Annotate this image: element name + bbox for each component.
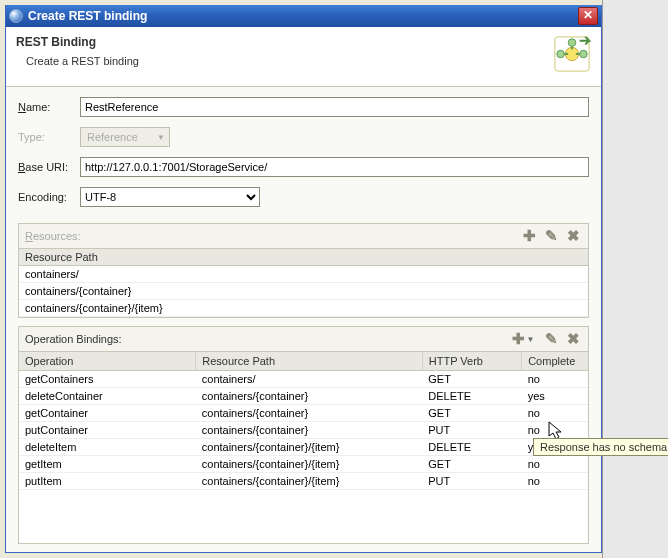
title-bar: Create REST binding ✕ — [6, 5, 601, 27]
page-subtitle: Create a REST binding — [16, 55, 553, 67]
name-input[interactable] — [80, 97, 589, 117]
cell-verb: GET — [422, 456, 521, 473]
binding-icon — [553, 35, 591, 73]
resources-section: Resources: ✚ ✎ ✖ Resource Path container… — [18, 223, 589, 318]
operations-section: Operation Bindings: ✚▼ ✎ ✖ Operation Res… — [18, 326, 589, 544]
cell-op: getItem — [19, 456, 196, 473]
baseuri-label: Base URI: — [18, 161, 80, 173]
baseuri-input[interactable] — [80, 157, 589, 177]
resources-delete-button[interactable]: ✖ — [564, 227, 582, 245]
form-area: Name: Type: Reference ▼ Base URI: Encodi… — [6, 87, 601, 223]
pencil-icon: ✎ — [545, 330, 558, 348]
table-row[interactable]: putContainercontainers/{container}PUTno — [19, 422, 588, 439]
operations-title: Operation Bindings: — [25, 333, 122, 345]
plus-icon: ✚ — [512, 330, 525, 348]
close-icon: ✕ — [583, 8, 593, 22]
cell-rp: containers/{container}/{item} — [196, 439, 422, 456]
table-row[interactable]: getContainercontainers/{container}GETno — [19, 405, 588, 422]
cell-op: getContainers — [19, 371, 196, 388]
window-title: Create REST binding — [28, 9, 147, 23]
cell-comp: no — [522, 456, 588, 473]
type-combo-disabled: Reference ▼ — [80, 127, 170, 147]
resources-edit-button[interactable]: ✎ — [542, 227, 560, 245]
delete-icon: ✖ — [567, 227, 580, 245]
col-header-httpverb[interactable]: HTTP Verb — [422, 352, 521, 371]
cell-comp: no — [522, 371, 588, 388]
cell-rp: containers/{container}/{item} — [196, 473, 422, 490]
svg-point-3 — [580, 50, 588, 58]
cell-op: deleteItem — [19, 439, 196, 456]
cell-verb: PUT — [422, 473, 521, 490]
cell-rp: containers/{container} — [196, 405, 422, 422]
resource-row[interactable]: containers/ — [19, 266, 588, 283]
cell-comp: yes — [522, 388, 588, 405]
col-header-complete[interactable]: Complete — [522, 352, 588, 371]
background-panel: x s ▸ — [602, 0, 668, 558]
delete-icon: ✖ — [567, 330, 580, 348]
chevron-down-icon: ▼ — [527, 335, 535, 344]
cell-rp: containers/{container}/{item} — [196, 456, 422, 473]
operations-add-menu-button[interactable]: ✚▼ — [508, 330, 538, 348]
cell-verb: DELETE — [422, 388, 521, 405]
table-row[interactable]: deleteItemcontainers/{container}/{item}D… — [19, 439, 588, 456]
cell-comp: no — [522, 473, 588, 490]
table-row[interactable]: putItemcontainers/{container}/{item}PUTn… — [19, 473, 588, 490]
type-value: Reference — [87, 131, 138, 143]
cell-rp: containers/{container} — [196, 422, 422, 439]
cell-verb: DELETE — [422, 439, 521, 456]
cell-rp: containers/ — [196, 371, 422, 388]
resources-column-header: Resource Path — [19, 249, 588, 266]
cell-op: getContainer — [19, 405, 196, 422]
dialog-window: Create REST binding ✕ REST Binding Creat… — [5, 5, 602, 553]
table-row[interactable]: deleteContainercontainers/{container}DEL… — [19, 388, 588, 405]
operations-table: Operation Resource Path HTTP Verb Comple… — [19, 352, 588, 490]
name-label: Name: — [18, 101, 80, 113]
resource-row[interactable]: containers/{container}/{item} — [19, 300, 588, 317]
col-header-operation[interactable]: Operation — [19, 352, 196, 371]
operations-edit-button[interactable]: ✎ — [542, 330, 560, 348]
resources-title: Resources: — [25, 230, 81, 242]
col-header-resourcepath[interactable]: Resource Path — [196, 352, 422, 371]
cell-op: putItem — [19, 473, 196, 490]
chevron-down-icon: ▼ — [157, 133, 165, 142]
operations-delete-button[interactable]: ✖ — [564, 330, 582, 348]
cell-comp: no — [522, 422, 588, 439]
svg-point-4 — [568, 39, 576, 47]
svg-point-2 — [557, 50, 565, 58]
cell-op: deleteContainer — [19, 388, 196, 405]
app-icon — [9, 9, 23, 23]
type-label: Type: — [18, 131, 80, 143]
plus-icon: ✚ — [523, 227, 536, 245]
encoding-select[interactable]: UTF-8 — [80, 187, 260, 207]
cell-comp: no — [522, 405, 588, 422]
table-row[interactable]: getContainerscontainers/GETno — [19, 371, 588, 388]
close-button[interactable]: ✕ — [578, 7, 598, 25]
header-panel: REST Binding Create a REST binding — [6, 27, 601, 87]
tooltip: Response has no schema — [533, 438, 668, 456]
resources-add-button[interactable]: ✚ — [520, 227, 538, 245]
pencil-icon: ✎ — [545, 227, 558, 245]
cell-op: putContainer — [19, 422, 196, 439]
cell-rp: containers/{container} — [196, 388, 422, 405]
resource-row[interactable]: containers/{container} — [19, 283, 588, 300]
cell-verb: PUT — [422, 422, 521, 439]
encoding-label: Encoding: — [18, 191, 80, 203]
page-title: REST Binding — [16, 35, 553, 49]
cell-verb: GET — [422, 405, 521, 422]
table-row[interactable]: getItemcontainers/{container}/{item}GETn… — [19, 456, 588, 473]
cell-verb: GET — [422, 371, 521, 388]
